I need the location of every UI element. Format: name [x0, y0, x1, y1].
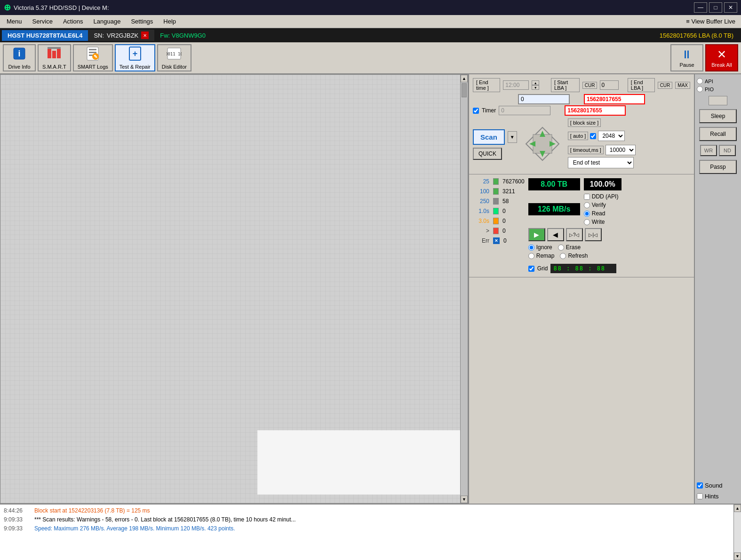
- end-lba-cur-button[interactable]: CUR: [658, 82, 673, 89]
- sound-checkbox[interactable]: [697, 482, 703, 489]
- svg-text:i: i: [18, 49, 20, 58]
- log-scrollbar[interactable]: ▲ ▼: [733, 505, 741, 560]
- stat-val-3s: 0: [502, 218, 506, 224]
- scan-row-2: [473, 94, 690, 104]
- api-radio[interactable]: API: [697, 78, 739, 84]
- verify-radio-input[interactable]: [584, 202, 590, 208]
- block-size-select[interactable]: 2048 512 1024: [598, 131, 625, 141]
- sn-close-button[interactable]: ✕: [141, 32, 149, 39]
- minimize-button[interactable]: —: [694, 2, 707, 13]
- pause-icon: ⏸: [681, 48, 693, 61]
- log-scroll-down[interactable]: ▼: [734, 552, 741, 560]
- remap-radio[interactable]: Remap: [528, 252, 555, 259]
- break-all-button[interactable]: ✕ Break All: [705, 44, 738, 71]
- auto-label: [ auto ]: [568, 132, 589, 140]
- skip-end-button[interactable]: ▷|◁: [585, 228, 602, 241]
- time-up-button[interactable]: ▲: [532, 80, 539, 85]
- drive-info-button[interactable]: i Drive Info: [3, 44, 36, 71]
- pio-radio[interactable]: PIO: [697, 86, 739, 92]
- ignore-radio-input[interactable]: [528, 245, 534, 251]
- radio-row-2: Remap Refresh: [528, 252, 690, 259]
- start-lba-cur-value[interactable]: [600, 80, 619, 90]
- refresh-radio[interactable]: Refresh: [560, 252, 588, 259]
- close-button[interactable]: ✕: [724, 2, 737, 13]
- menu-item-settings[interactable]: Settings: [126, 16, 158, 26]
- menu-bar: Menu Service Actions Language Settings H…: [0, 15, 741, 28]
- menu-item-language[interactable]: Language: [89, 16, 126, 26]
- hints-checkbox[interactable]: [697, 493, 703, 499]
- scan-button[interactable]: Scan: [473, 129, 505, 145]
- rewind-button[interactable]: ◀: [547, 228, 564, 241]
- timer-red-input[interactable]: [565, 105, 626, 116]
- auto-checkbox[interactable]: [590, 133, 596, 139]
- quick-button[interactable]: QUICK: [473, 148, 502, 160]
- end-lba-value-input[interactable]: [584, 94, 645, 104]
- sleep-button[interactable]: Sleep: [699, 109, 737, 123]
- stat-bars: 25 7627600 100 3211 250 58 1.0s: [473, 178, 525, 273]
- smart-button[interactable]: S.M.A.R.T: [38, 44, 71, 71]
- timer-checkbox[interactable]: [473, 108, 479, 114]
- recall-button[interactable]: Recall: [699, 127, 737, 141]
- read-radio-input[interactable]: [584, 211, 590, 217]
- time-down-button[interactable]: ▼: [532, 85, 539, 90]
- stat-row-100: 100 3211: [473, 188, 525, 195]
- scan-dropdown-button[interactable]: ▼: [508, 131, 517, 143]
- time-spinner: ▲ ▼: [532, 80, 539, 90]
- end-test-select[interactable]: End of test End tina: [568, 157, 634, 168]
- write-radio-input[interactable]: [584, 219, 590, 225]
- disk-editor-button[interactable]: 010110 110011 101000 0001 Disk Editor: [157, 44, 191, 71]
- nd-button[interactable]: ND: [719, 145, 736, 156]
- grid-checkbox[interactable]: [528, 266, 534, 272]
- erase-label: Erase: [566, 244, 581, 251]
- timer-value-input[interactable]: [499, 106, 550, 115]
- wr-button[interactable]: WR: [700, 145, 717, 156]
- write-label: Write: [592, 219, 605, 225]
- view-buffer-button[interactable]: ≡ View Buffer Live: [682, 16, 739, 26]
- fw-label: Fw:: [160, 32, 170, 39]
- ddd-checkbox[interactable]: [584, 194, 590, 200]
- pio-label: PIO: [705, 87, 714, 92]
- scroll-down-button[interactable]: ▼: [461, 496, 468, 503]
- stat-bar-gt: [493, 228, 499, 234]
- menu-item-menu[interactable]: Menu: [2, 16, 27, 26]
- end-time-input[interactable]: [503, 80, 529, 90]
- restore-button[interactable]: □: [709, 2, 722, 13]
- read-radio[interactable]: Read: [584, 210, 619, 217]
- end-lba-max-button[interactable]: MAX: [675, 82, 690, 89]
- skip-question-button[interactable]: ▷?◁: [566, 228, 583, 241]
- smart-logs-button[interactable]: ✎ SMART Logs: [73, 44, 113, 71]
- remap-radio-input[interactable]: [528, 253, 534, 259]
- scroll-thumb[interactable]: [462, 83, 467, 97]
- start-lba-value-input[interactable]: [518, 94, 570, 104]
- play-button[interactable]: ▶: [528, 228, 545, 241]
- stat-row-3s: 3.0s 0: [473, 218, 525, 224]
- log-scroll-up[interactable]: ▲: [734, 505, 741, 512]
- display-row-1: 8.00 TB 100.0%: [528, 178, 690, 190]
- window-title: Victoria 5.37 HDD/SSD | Device M:: [14, 4, 109, 11]
- auto-row: [ auto ] 2048 512 1024: [568, 131, 636, 141]
- stat-bar-err: ✕: [493, 237, 500, 244]
- log-time-0: 8:44:26: [4, 506, 30, 515]
- pause-button[interactable]: ⏸ Pause: [670, 44, 703, 71]
- verify-radio[interactable]: Verify: [584, 202, 619, 208]
- api-radio-input[interactable]: [697, 78, 703, 84]
- hints-label: Hints: [705, 493, 719, 500]
- menu-item-service[interactable]: Service: [28, 16, 57, 26]
- erase-radio-input[interactable]: [558, 245, 564, 251]
- write-radio[interactable]: Write: [584, 219, 619, 225]
- grid-scrollbar[interactable]: ▲ ▼: [460, 75, 468, 503]
- refresh-radio-input[interactable]: [560, 253, 566, 259]
- passp-button[interactable]: Passp: [699, 160, 737, 174]
- test-repair-button[interactable]: + Test & Repair: [115, 44, 155, 71]
- stat-val-100: 3211: [502, 188, 515, 195]
- grid-check-row: Grid 88 : 88 : 88: [528, 264, 690, 273]
- scroll-up-button[interactable]: ▲: [461, 75, 468, 82]
- start-lba-cur-button[interactable]: CUR: [582, 82, 598, 89]
- ignore-radio[interactable]: Ignore: [528, 244, 552, 251]
- pio-radio-input[interactable]: [697, 86, 703, 92]
- erase-radio[interactable]: Erase: [558, 244, 581, 251]
- menu-item-help[interactable]: Help: [159, 16, 181, 26]
- menu-item-actions[interactable]: Actions: [58, 16, 88, 26]
- drive-info-label: Drive Info: [8, 64, 30, 70]
- timeout-select[interactable]: 10000 5000 30000: [606, 145, 636, 155]
